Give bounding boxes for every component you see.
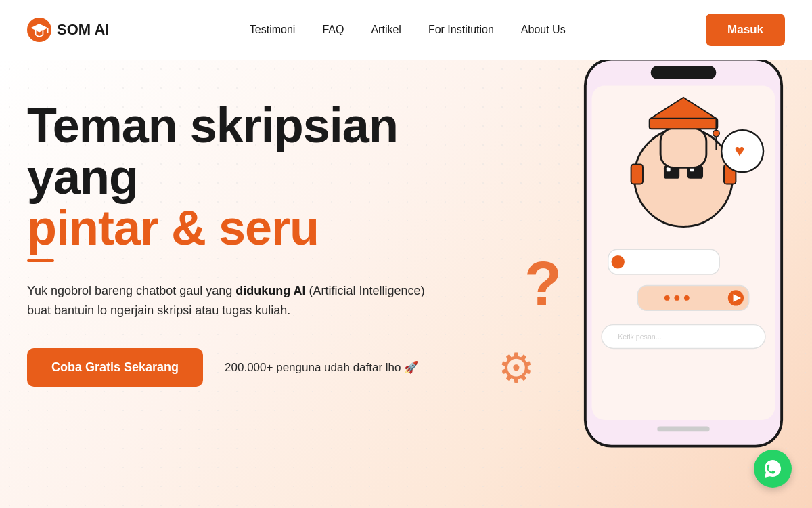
- hero-section: Teman skripsian yang pintar & seru Yuk n…: [0, 60, 812, 508]
- hero-users-count: 200.000+ penguna udah daftar lho 🚀: [225, 360, 418, 375]
- svg-rect-5: [657, 427, 709, 432]
- hero-desc-prefix: Yuk ngobrol bareng chatbot gaul yang: [27, 284, 235, 297]
- deco-gear-symbol: ⚙: [498, 344, 535, 391]
- hero-title-line2: pintar & seru: [27, 203, 487, 254]
- masuk-button[interactable]: Masuk: [706, 14, 785, 46]
- svg-point-25: [674, 295, 679, 301]
- svg-point-22: [612, 255, 625, 268]
- hero-cta-row: Coba Gratis Sekarang 200.000+ penguna ud…: [27, 348, 487, 387]
- hero-title-line1: Teman skripsian yang: [27, 98, 398, 204]
- svg-text:♥: ♥: [734, 141, 744, 160]
- whatsapp-button[interactable]: [754, 450, 792, 488]
- svg-rect-11: [631, 165, 643, 184]
- svg-rect-14: [650, 119, 718, 129]
- hero-content: Teman skripsian yang pintar & seru Yuk n…: [27, 100, 487, 387]
- hero-desc-bold: didukung AI: [235, 284, 305, 297]
- svg-rect-21: [608, 249, 720, 274]
- svg-point-26: [684, 295, 690, 301]
- logo-icon: [27, 18, 51, 42]
- logo[interactable]: SOM AI: [27, 18, 109, 42]
- nav-item-testimoni[interactable]: Testimoni: [250, 24, 296, 36]
- logo-text: SOM AI: [57, 21, 109, 39]
- deco-question-mark: ?: [524, 249, 562, 319]
- whatsapp-icon: [762, 458, 784, 480]
- navbar: SOM AI Testimoni FAQ Artikel For Institu…: [0, 0, 812, 60]
- svg-rect-13: [660, 128, 706, 167]
- svg-point-24: [664, 295, 670, 301]
- nav-item-artikel[interactable]: Artikel: [371, 24, 401, 36]
- hero-title: Teman skripsian yang pintar & seru: [27, 100, 487, 254]
- nav-links: Testimoni FAQ Artikel For Institution Ab…: [250, 24, 566, 36]
- hero-underline: [27, 259, 54, 262]
- coba-gratis-button[interactable]: Coba Gratis Sekarang: [27, 348, 203, 387]
- nav-item-about-us[interactable]: About Us: [521, 24, 566, 36]
- phone-illustration: ♥ Ketik pesan...: [568, 60, 798, 459]
- nav-item-faq[interactable]: FAQ: [322, 24, 344, 36]
- svg-rect-9: [667, 167, 671, 171]
- svg-rect-4: [651, 66, 717, 79]
- hero-description: Yuk ngobrol bareng chatbot gaul yang did…: [27, 281, 433, 320]
- nav-item-for-institution[interactable]: For Institution: [428, 24, 494, 36]
- svg-point-17: [713, 130, 720, 137]
- svg-text:Ketik pesan...: Ketik pesan...: [618, 333, 661, 341]
